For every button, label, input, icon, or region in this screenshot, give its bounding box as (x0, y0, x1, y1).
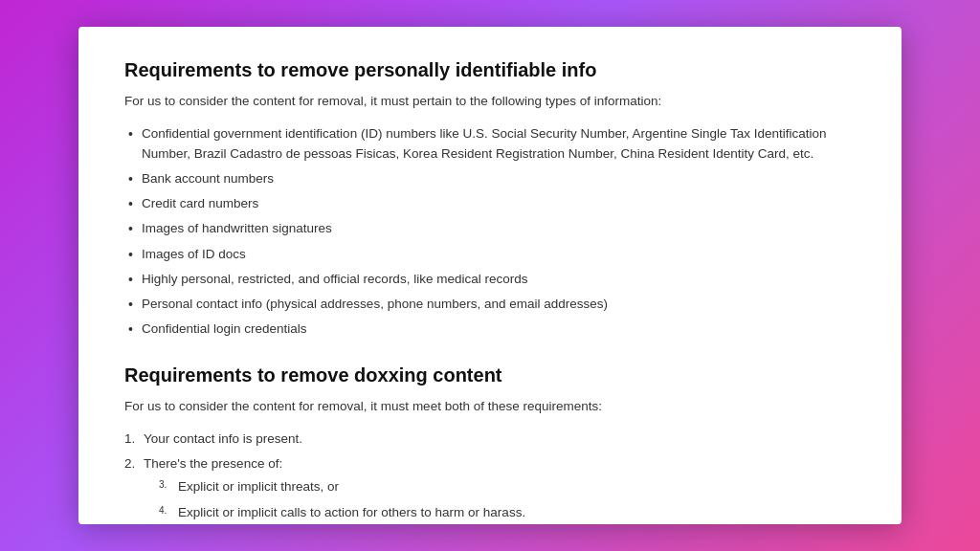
doxxing-list: Your contact info is present. There's th… (124, 430, 856, 522)
list-item: Credit card numbers (124, 194, 856, 213)
sub-list-item: Explicit or implicit calls to action for… (159, 503, 856, 522)
list-item: Highly personal, restricted, and officia… (124, 270, 856, 289)
document-container: Requirements to remove personally identi… (78, 27, 902, 524)
numbered-list-item: Your contact info is present. (124, 430, 856, 449)
list-item: Images of ID docs (124, 245, 856, 264)
pii-list: Confidential government identification (… (124, 124, 856, 339)
section-pii-title: Requirements to remove personally identi… (124, 57, 856, 82)
sub-bullet-list: Explicit or implicit threats, or Explici… (144, 477, 856, 522)
list-item: Personal contact info (physical addresse… (124, 295, 856, 314)
list-item: Bank account numbers (124, 169, 856, 188)
sub-list-item: Explicit or implicit threats, or (159, 477, 856, 496)
numbered-list-item-text: There's the presence of: (144, 456, 282, 471)
section-pii-intro: For us to consider the content for remov… (124, 92, 856, 111)
section-pii: Requirements to remove personally identi… (124, 57, 856, 340)
scroll-area[interactable]: Requirements to remove personally identi… (78, 27, 902, 524)
section-doxxing-title: Requirements to remove doxxing content (124, 363, 856, 387)
list-item: Confidential government identification (… (124, 124, 856, 164)
numbered-list-item: There's the presence of: Explicit or imp… (124, 454, 856, 522)
section-doxxing: Requirements to remove doxxing content F… (124, 363, 856, 522)
list-item: Confidential login credentials (124, 320, 856, 339)
section-doxxing-intro: For us to consider the content for remov… (124, 397, 856, 416)
list-item: Images of handwritten signatures (124, 219, 856, 238)
